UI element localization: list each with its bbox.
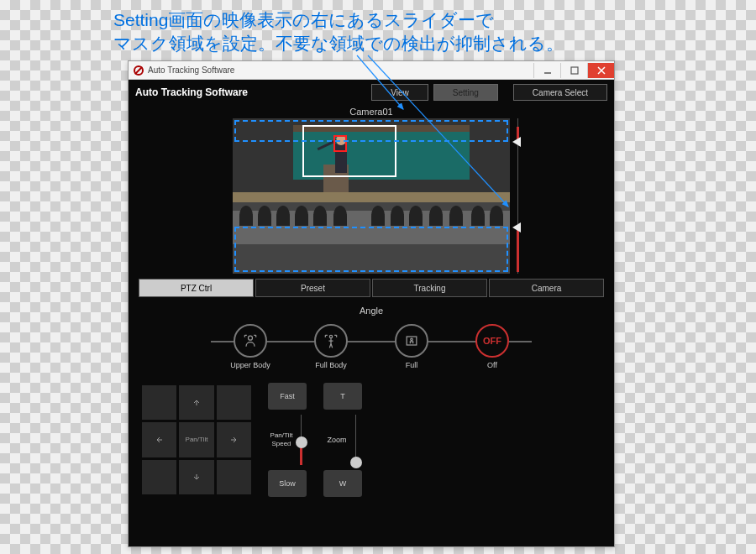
titlebar: Auto Tracking Software xyxy=(129,61,614,80)
tab-preset[interactable]: Preset xyxy=(255,279,370,297)
scene-platform xyxy=(233,192,510,202)
svg-point-4 xyxy=(249,336,253,340)
nav-view[interactable]: View xyxy=(371,84,428,101)
app-body: Auto Tracking Software View Setting Came… xyxy=(129,80,614,546)
annotation-line2: マスク領域を設定。不要な領域での検出が抑制される。 xyxy=(113,34,564,53)
speed-fast-button[interactable]: Fast xyxy=(268,383,307,410)
dpad-right[interactable] xyxy=(217,422,251,457)
full-icon xyxy=(395,324,428,358)
speed-slider-thumb[interactable] xyxy=(296,436,307,448)
angle-full-body[interactable]: Full Body xyxy=(291,324,371,369)
preview-area xyxy=(233,118,510,274)
zoom-label: Zoom xyxy=(327,436,346,444)
app-icon xyxy=(134,65,144,76)
svg-rect-3 xyxy=(571,67,578,74)
annotation-text: Setting画面の映像表示の右にあるスライダーで マスク領域を設定。不要な領域… xyxy=(113,8,564,56)
top-nav: Auto Tracking Software View Setting Came… xyxy=(129,80,614,105)
pan-tilt-dpad: Pan/Tilt xyxy=(142,385,251,494)
zoom-wide-button[interactable]: W xyxy=(323,470,362,497)
control-tabs: PTZ Ctrl Preset Tracking Camera xyxy=(129,279,614,297)
speed-slider[interactable] xyxy=(299,415,304,465)
camera-name: Camera01 xyxy=(129,107,614,117)
zoom-tele-button[interactable]: T xyxy=(323,383,362,410)
mask-slider-fill-bottom xyxy=(517,226,519,272)
angle-full-label: Full xyxy=(406,361,418,369)
speed-column: Fast Pan/Tilt Speed Slow xyxy=(268,383,307,497)
mask-slider-thumb-top[interactable] xyxy=(512,137,521,147)
mask-region-bottom xyxy=(234,227,508,272)
speed-slow-button[interactable]: Slow xyxy=(268,470,307,497)
dpad-left[interactable] xyxy=(142,422,176,457)
nav-setting[interactable]: Setting xyxy=(433,84,498,101)
mask-slider[interactable] xyxy=(515,118,522,274)
angle-fullbody-label: Full Body xyxy=(315,361,347,369)
mask-slider-thumb-bottom[interactable] xyxy=(512,222,521,233)
nav-camera-select[interactable]: Camera Select xyxy=(513,84,607,101)
angle-full[interactable]: Full xyxy=(371,324,452,369)
angle-row: Upper Body Full Body Full OFF Off xyxy=(129,324,614,369)
dpad-upright[interactable] xyxy=(217,385,251,420)
tab-ptz[interactable]: PTZ Ctrl xyxy=(139,279,254,297)
upper-body-icon xyxy=(234,324,267,358)
app-window: Auto Tracking Software Auto Tracking Sof… xyxy=(128,60,615,547)
dpad-center[interactable]: Pan/Tilt xyxy=(179,422,213,457)
svg-point-5 xyxy=(329,335,332,337)
close-button[interactable] xyxy=(587,63,614,78)
angle-upper-label: Upper Body xyxy=(230,361,270,369)
full-body-icon xyxy=(314,324,348,358)
tab-camera[interactable]: Camera xyxy=(489,279,604,297)
dpad-downright[interactable] xyxy=(217,460,251,494)
speed-label: Pan/Tilt Speed xyxy=(270,431,293,447)
window-title: Auto Tracking Software xyxy=(148,65,234,75)
dpad-downleft[interactable] xyxy=(142,460,176,494)
zoom-column: T Zoom W xyxy=(323,383,362,497)
zoom-slider-thumb[interactable] xyxy=(350,457,362,468)
dpad-down[interactable] xyxy=(179,460,213,494)
mask-region-top xyxy=(234,120,508,142)
maximize-button[interactable] xyxy=(560,63,587,78)
angle-upper-body[interactable]: Upper Body xyxy=(210,324,291,369)
off-icon: OFF xyxy=(475,324,509,358)
window-buttons xyxy=(533,63,614,78)
controls-row: Pan/Tilt Fast Pan/Tilt Speed Slow xyxy=(129,379,614,500)
tab-tracking[interactable]: Tracking xyxy=(372,279,487,297)
zoom-slider[interactable] xyxy=(354,415,359,465)
dpad-up[interactable] xyxy=(179,385,213,420)
minimize-button[interactable] xyxy=(533,63,560,78)
annotation-line1: Setting画面の映像表示の右にあるスライダーで xyxy=(113,10,494,29)
app-title: Auto Tracking Software xyxy=(135,86,248,98)
angle-off[interactable]: OFF Off xyxy=(452,324,533,369)
angle-section-label: Angle xyxy=(129,306,614,316)
angle-off-label: Off xyxy=(487,361,497,369)
svg-point-7 xyxy=(411,338,413,341)
dpad-upleft[interactable] xyxy=(142,385,176,420)
